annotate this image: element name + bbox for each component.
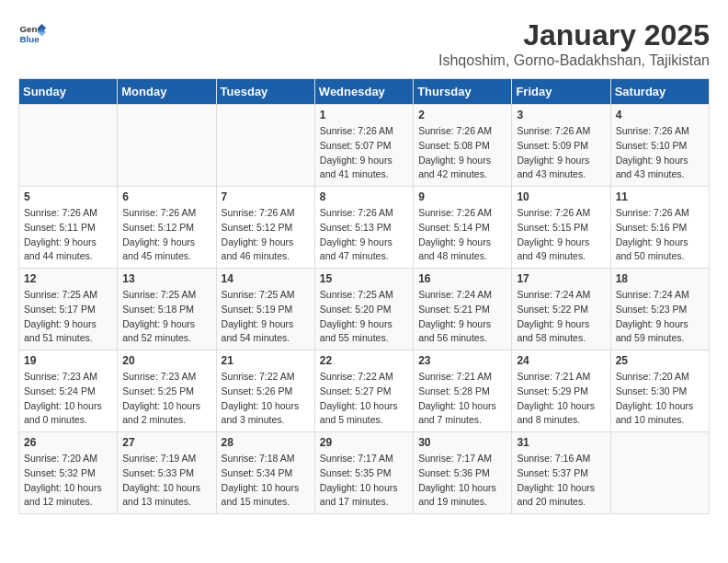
calendar-cell: 23Sunrise: 7:21 AM Sunset: 5:28 PM Dayli… [414, 350, 512, 432]
day-info: Sunrise: 7:23 AM Sunset: 5:25 PM Dayligh… [122, 370, 211, 428]
day-info: Sunrise: 7:26 AM Sunset: 5:12 PM Dayligh… [222, 206, 311, 264]
day-info: Sunrise: 7:20 AM Sunset: 5:32 PM Dayligh… [24, 452, 113, 510]
calendar-cell: 4Sunrise: 7:26 AM Sunset: 5:10 PM Daylig… [610, 105, 709, 187]
day-info: Sunrise: 7:25 AM Sunset: 5:17 PM Dayligh… [24, 288, 113, 346]
day-info: Sunrise: 7:19 AM Sunset: 5:33 PM Dayligh… [122, 452, 211, 510]
calendar-cell [19, 105, 118, 187]
calendar-cell [610, 432, 709, 514]
day-info: Sunrise: 7:22 AM Sunset: 5:27 PM Dayligh… [320, 370, 409, 428]
calendar-cell: 1Sunrise: 7:26 AM Sunset: 5:07 PM Daylig… [314, 105, 413, 187]
day-info: Sunrise: 7:18 AM Sunset: 5:34 PM Dayligh… [222, 452, 311, 510]
day-info: Sunrise: 7:23 AM Sunset: 5:24 PM Dayligh… [24, 370, 113, 428]
calendar-week-4: 19Sunrise: 7:23 AM Sunset: 5:24 PM Dayli… [19, 350, 710, 432]
day-number: 4 [616, 109, 705, 121]
day-info: Sunrise: 7:26 AM Sunset: 5:08 PM Dayligh… [418, 124, 507, 182]
day-info: Sunrise: 7:24 AM Sunset: 5:22 PM Dayligh… [517, 288, 606, 346]
calendar-cell: 21Sunrise: 7:22 AM Sunset: 5:26 PM Dayli… [216, 350, 314, 432]
calendar-cell: 24Sunrise: 7:21 AM Sunset: 5:29 PM Dayli… [512, 350, 610, 432]
calendar-cell: 5Sunrise: 7:26 AM Sunset: 5:11 PM Daylig… [19, 187, 118, 269]
calendar-cell: 22Sunrise: 7:22 AM Sunset: 5:27 PM Dayli… [314, 350, 413, 432]
col-header-monday: Monday [118, 79, 216, 105]
day-number: 28 [222, 436, 311, 449]
calendar-cell: 11Sunrise: 7:26 AM Sunset: 5:16 PM Dayli… [610, 187, 709, 269]
calendar-cell: 20Sunrise: 7:23 AM Sunset: 5:25 PM Dayli… [118, 350, 216, 432]
col-header-friday: Friday [512, 79, 610, 105]
day-number: 16 [418, 272, 507, 285]
day-info: Sunrise: 7:26 AM Sunset: 5:16 PM Dayligh… [616, 206, 705, 264]
day-info: Sunrise: 7:26 AM Sunset: 5:07 PM Dayligh… [320, 124, 409, 182]
calendar-cell: 26Sunrise: 7:20 AM Sunset: 5:32 PM Dayli… [19, 432, 118, 514]
day-info: Sunrise: 7:26 AM Sunset: 5:15 PM Dayligh… [517, 206, 606, 264]
calendar-table: SundayMondayTuesdayWednesdayThursdayFrid… [18, 78, 710, 514]
calendar-cell: 18Sunrise: 7:24 AM Sunset: 5:23 PM Dayli… [610, 269, 709, 350]
day-number: 27 [122, 436, 211, 449]
calendar-cell: 28Sunrise: 7:18 AM Sunset: 5:34 PM Dayli… [216, 432, 314, 514]
calendar-cell: 17Sunrise: 7:24 AM Sunset: 5:22 PM Dayli… [512, 269, 610, 350]
day-info: Sunrise: 7:26 AM Sunset: 5:09 PM Dayligh… [517, 124, 606, 182]
calendar-week-1: 1Sunrise: 7:26 AM Sunset: 5:07 PM Daylig… [19, 105, 710, 187]
calendar-cell: 13Sunrise: 7:25 AM Sunset: 5:18 PM Dayli… [118, 269, 216, 350]
day-info: Sunrise: 7:24 AM Sunset: 5:23 PM Dayligh… [616, 288, 705, 346]
day-number: 6 [122, 190, 211, 203]
calendar-week-5: 26Sunrise: 7:20 AM Sunset: 5:32 PM Dayli… [19, 432, 710, 514]
day-number: 10 [517, 190, 606, 203]
day-number: 25 [616, 354, 705, 367]
day-info: Sunrise: 7:24 AM Sunset: 5:21 PM Dayligh… [418, 288, 507, 346]
day-info: Sunrise: 7:25 AM Sunset: 5:19 PM Dayligh… [222, 288, 311, 346]
day-number: 9 [418, 190, 507, 203]
day-number: 2 [418, 109, 507, 121]
calendar-week-2: 5Sunrise: 7:26 AM Sunset: 5:11 PM Daylig… [19, 187, 710, 269]
day-number: 26 [24, 436, 113, 449]
day-number: 8 [320, 190, 409, 203]
day-number: 31 [517, 436, 606, 449]
calendar-cell: 31Sunrise: 7:16 AM Sunset: 5:37 PM Dayli… [512, 432, 610, 514]
calendar-cell [118, 105, 216, 187]
day-number: 23 [418, 354, 507, 367]
logo: General Blue [18, 18, 46, 46]
col-header-thursday: Thursday [414, 79, 512, 105]
day-number: 20 [122, 354, 211, 367]
col-header-tuesday: Tuesday [216, 79, 314, 105]
calendar-cell: 8Sunrise: 7:26 AM Sunset: 5:13 PM Daylig… [314, 187, 413, 269]
calendar-cell: 3Sunrise: 7:26 AM Sunset: 5:09 PM Daylig… [512, 105, 610, 187]
day-number: 1 [320, 109, 409, 121]
calendar-cell: 29Sunrise: 7:17 AM Sunset: 5:35 PM Dayli… [314, 432, 413, 514]
calendar-cell: 10Sunrise: 7:26 AM Sunset: 5:15 PM Dayli… [512, 187, 610, 269]
day-number: 19 [24, 354, 113, 367]
day-number: 15 [320, 272, 409, 285]
day-info: Sunrise: 7:21 AM Sunset: 5:28 PM Dayligh… [418, 370, 507, 428]
calendar-cell: 19Sunrise: 7:23 AM Sunset: 5:24 PM Dayli… [19, 350, 118, 432]
day-number: 12 [24, 272, 113, 285]
calendar-cell: 25Sunrise: 7:20 AM Sunset: 5:30 PM Dayli… [610, 350, 709, 432]
day-info: Sunrise: 7:17 AM Sunset: 5:36 PM Dayligh… [418, 452, 507, 510]
page-subtitle: Ishqoshim, Gorno-Badakhshan, Tajikistan [438, 52, 710, 69]
day-info: Sunrise: 7:26 AM Sunset: 5:12 PM Dayligh… [122, 206, 211, 264]
day-number: 5 [24, 190, 113, 203]
calendar-header-row: SundayMondayTuesdayWednesdayThursdayFrid… [19, 79, 710, 105]
day-info: Sunrise: 7:17 AM Sunset: 5:35 PM Dayligh… [320, 452, 409, 510]
page-title: January 2025 [438, 18, 710, 52]
day-info: Sunrise: 7:21 AM Sunset: 5:29 PM Dayligh… [517, 370, 606, 428]
day-number: 24 [517, 354, 606, 367]
day-number: 21 [222, 354, 311, 367]
day-info: Sunrise: 7:26 AM Sunset: 5:14 PM Dayligh… [418, 206, 507, 264]
day-info: Sunrise: 7:20 AM Sunset: 5:30 PM Dayligh… [616, 370, 705, 428]
calendar-cell: 27Sunrise: 7:19 AM Sunset: 5:33 PM Dayli… [118, 432, 216, 514]
day-number: 11 [616, 190, 705, 203]
day-number: 13 [122, 272, 211, 285]
day-number: 18 [616, 272, 705, 285]
calendar-cell: 14Sunrise: 7:25 AM Sunset: 5:19 PM Dayli… [216, 269, 314, 350]
calendar-cell: 15Sunrise: 7:25 AM Sunset: 5:20 PM Dayli… [314, 269, 413, 350]
calendar-cell: 12Sunrise: 7:25 AM Sunset: 5:17 PM Dayli… [19, 269, 118, 350]
title-block: January 2025 Ishqoshim, Gorno-Badakhshan… [438, 18, 710, 69]
day-info: Sunrise: 7:25 AM Sunset: 5:20 PM Dayligh… [320, 288, 409, 346]
calendar-cell: 30Sunrise: 7:17 AM Sunset: 5:36 PM Dayli… [414, 432, 512, 514]
col-header-wednesday: Wednesday [314, 79, 413, 105]
calendar-cell: 16Sunrise: 7:24 AM Sunset: 5:21 PM Dayli… [414, 269, 512, 350]
day-number: 22 [320, 354, 409, 367]
col-header-sunday: Sunday [19, 79, 118, 105]
day-number: 17 [517, 272, 606, 285]
calendar-cell: 6Sunrise: 7:26 AM Sunset: 5:12 PM Daylig… [118, 187, 216, 269]
day-info: Sunrise: 7:22 AM Sunset: 5:26 PM Dayligh… [222, 370, 311, 428]
day-info: Sunrise: 7:26 AM Sunset: 5:11 PM Dayligh… [24, 206, 113, 264]
